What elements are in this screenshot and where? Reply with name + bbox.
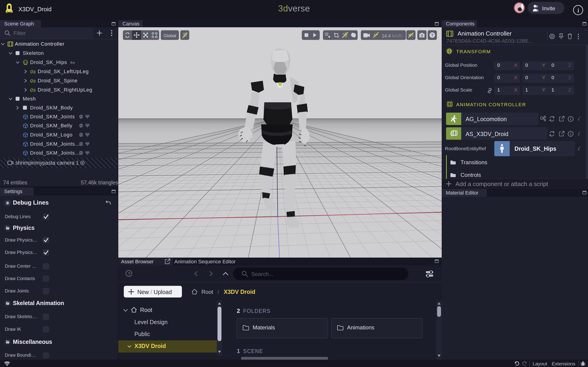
svg-text:?: ? xyxy=(431,33,434,38)
